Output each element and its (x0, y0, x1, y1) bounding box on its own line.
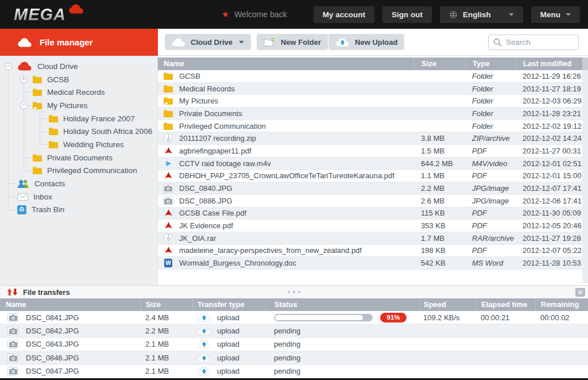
my-account-button[interactable]: My account (314, 6, 374, 23)
transfer-row[interactable]: DSC_0846.JPG2.1 MBuploadpending (0, 351, 588, 364)
table-row[interactable]: agbriefingpaper11.pdf1.5 MBPDF2012-11-27… (158, 145, 588, 158)
table-row[interactable]: My PicturesFolder2012-12-03 06:29 (158, 95, 588, 108)
file-size: 644.2 MB (413, 159, 465, 168)
file-type: PDF (465, 209, 516, 217)
column-header-name[interactable]: Name (158, 57, 413, 70)
table-row[interactable]: Private DocumentsFolder2012-11-28 23:21 (158, 108, 588, 120)
image-icon (7, 327, 18, 335)
search-box (488, 34, 579, 50)
column-header-speed[interactable]: Speed (419, 298, 475, 311)
cloud-drive-dropdown[interactable]: Cloud Drive (165, 34, 251, 50)
pdf-icon (163, 209, 174, 217)
table-row[interactable]: Privileged CommunicationFolder2012-12-02… (158, 120, 588, 133)
sidebar-item-holiday-south-africa-2006[interactable]: Holiday South Africa 2006 (36, 125, 157, 138)
sidebar-item-privileged-communication[interactable]: Privileged Communication (20, 164, 157, 178)
column-header-elapsed-time[interactable]: Elapsed time (475, 298, 535, 311)
table-row[interactable]: JK Evidence.pdf353 KBPDF2012-12-05 20:46 (158, 220, 588, 232)
table-row[interactable]: WWormald_Burgess_Chronology.doc542 KBMS … (158, 257, 588, 270)
column-header-transfer-type[interactable]: Transfer type (192, 298, 266, 311)
transfer-size: 2.1 MB (141, 367, 192, 375)
table-row[interactable]: JK_OIA.rar1.7 MBRAR/archive2012-11-27 19… (158, 232, 588, 245)
sidebar-item-trash-bin[interactable]: ♻Trash Bin (5, 204, 157, 217)
sidebar-item-label: Holiday France 2007 (63, 114, 135, 123)
search-input[interactable] (506, 38, 574, 47)
top-navigation-bar: MEGA ★ Welcome back My account Sign out … (0, 0, 588, 29)
my-account-label: My account (323, 10, 365, 19)
pdf-icon (163, 222, 174, 229)
vertical-scrollbar[interactable] (582, 70, 588, 283)
search-icon (493, 38, 502, 47)
collapse-panel-button[interactable] (575, 288, 585, 297)
table-row[interactable]: GCSB Case File.pdf115 KBPDF2012-11-30 05… (158, 208, 588, 220)
table-row[interactable]: DSC_0886.JPG2.6 MBJPG/image2012-12-06 17… (158, 195, 588, 208)
mega-logo[interactable]: MEGA (14, 5, 84, 24)
transfer-row[interactable]: DSC_0847.JPG2.1 MBuploadpending (0, 365, 588, 378)
sidebar-item-private-documents[interactable]: Private Documents (20, 151, 157, 164)
file-type: Folder (465, 85, 516, 93)
new-upload-label: New Upload (355, 38, 397, 47)
folder-icon (49, 141, 58, 148)
sidebar-item-gcsb[interactable]: +GCSB (20, 73, 157, 86)
panel-resize-handle[interactable] (288, 291, 300, 293)
new-folder-button[interactable]: New Folder (257, 34, 328, 50)
language-selector[interactable]: English (440, 6, 523, 23)
menu-button[interactable]: Menu (531, 6, 580, 23)
file-last-modified: 2012-11-27 18:19 (516, 85, 582, 93)
collapse-expander-icon[interactable]: − (5, 63, 12, 70)
welcome-message: ★ Welcome back (222, 9, 287, 20)
new-upload-button[interactable]: New Upload (328, 34, 404, 50)
sidebar-item-inbox[interactable]: Inbox (5, 190, 157, 204)
table-row[interactable]: CCTV raid footage raw.m4v644.2 MBM4V/vid… (158, 158, 588, 170)
transfer-row[interactable]: DSC_0843.JPG2.1 MBuploadpending (0, 338, 588, 351)
column-header-status[interactable]: Status (266, 298, 419, 311)
contacts-icon (17, 179, 29, 188)
sidebar-item-label: My Pictures (47, 101, 88, 110)
pdf-icon (163, 247, 174, 254)
table-row[interactable]: madeleine_laracy-perspectives_from_new_z… (158, 245, 588, 258)
table-row[interactable]: Medical RecordsFolder2012-11-27 18:19 (158, 83, 588, 95)
file-type: MS Word (465, 259, 516, 267)
file-type: Folder (465, 72, 516, 80)
column-header-type[interactable]: Type (465, 57, 516, 70)
file-name: agbriefingpaper11.pdf (179, 147, 252, 155)
progress-percent-badge: 91% (380, 313, 407, 323)
column-header-remaining-time[interactable]: Remaining time (535, 298, 588, 311)
file-type: PDF (465, 221, 516, 230)
pdf-icon (163, 147, 174, 155)
column-header-name[interactable]: Name (0, 298, 141, 311)
table-row[interactable]: GCSBFolder2012-11-29 16:26 (158, 70, 588, 83)
sidebar: −Cloud Drive+GCSBMedical Records−My Pict… (0, 56, 158, 285)
column-header-size[interactable]: Size (141, 298, 192, 311)
folder-open-icon (163, 97, 174, 105)
folder-icon (49, 115, 58, 122)
table-row[interactable]: DSC_0840.JPG2.2 MBJPG/image2012-12-07 17… (158, 182, 588, 195)
file-name: Private Documents (179, 109, 242, 118)
transfer-row[interactable]: DSC_0841.JPG2.4 MBupload91%109.2 KB/s00:… (0, 311, 588, 324)
transfer-row[interactable]: DSC_0842.JPG2.2 MBuploadpending (0, 324, 588, 337)
transfers-title-bar: File transfers (0, 285, 588, 298)
table-row[interactable]: DBHOH_PAP_23705_CrownLawOfficeTeTariTure… (158, 170, 588, 183)
file-last-modified: 2012-11-30 05:09 (516, 209, 582, 217)
collapse-expander-icon[interactable]: − (20, 102, 28, 109)
column-header-last-modified[interactable]: Last modified (516, 57, 582, 70)
sidebar-item-cloud-drive[interactable]: −Cloud Drive (5, 60, 157, 73)
sidebar-item-holiday-france-2007[interactable]: Holiday France 2007 (36, 112, 157, 125)
sign-out-button[interactable]: Sign out (382, 6, 432, 23)
file-last-modified: 2012-11-28 23:21 (516, 109, 582, 118)
table-row[interactable]: 20111207 recording.zip3.8 MBZIP/archive2… (158, 132, 588, 145)
column-header-size[interactable]: Size (413, 57, 465, 70)
folder-open-icon (33, 102, 42, 109)
file-name: My Pictures (179, 97, 218, 105)
sidebar-item-label: Private Documents (47, 153, 113, 162)
transfers-icon (7, 288, 18, 296)
sidebar-item-wedding-pictures[interactable]: Wedding Pictures (36, 138, 157, 151)
sidebar-item-contacts[interactable]: Contacts (5, 177, 157, 190)
transfer-type-label: upload (217, 340, 239, 348)
sidebar-item-medical-records[interactable]: Medical Records (20, 86, 157, 99)
status-text: pending (274, 340, 300, 348)
expand-expander-icon[interactable]: + (20, 76, 28, 83)
file-last-modified: 2012-12-06 17:41 (516, 197, 582, 205)
sidebar-item-my-pictures[interactable]: −My Pictures (20, 99, 157, 112)
new-folder-icon (264, 37, 276, 47)
inbox-icon (17, 193, 28, 201)
